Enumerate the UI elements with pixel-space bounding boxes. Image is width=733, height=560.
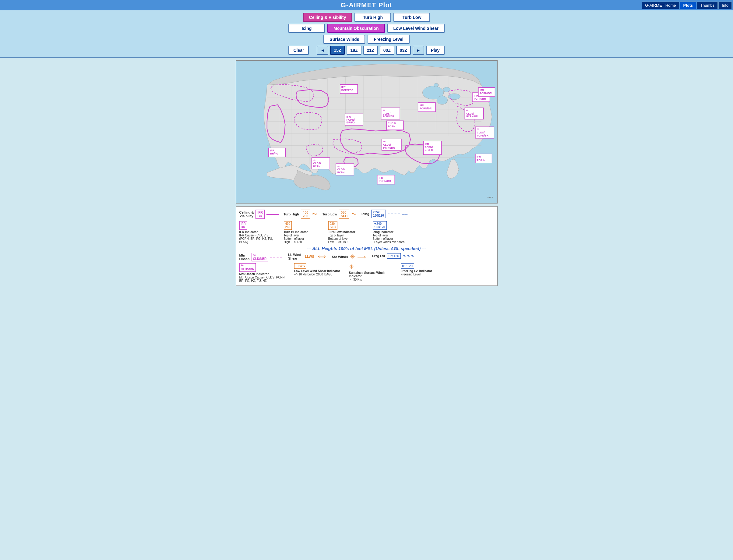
button-row-1: Ceiling & Visibility Turb High Turb Low <box>5 13 728 22</box>
time-15z-btn[interactable]: 15Z <box>330 46 345 55</box>
legend-llws: LL WindShear LLWS ⟺ <box>288 253 326 260</box>
svg-text:NWS: NWS <box>487 196 493 199</box>
legend-mtn-desc: ᴬᴬCLDS/BR Mtn Obscn IndicatorMtn Obscn C… <box>239 263 288 282</box>
prev-time-button[interactable]: ◄ <box>317 46 328 55</box>
svg-text:IFR: IFR <box>424 143 429 146</box>
map-svg: IFR PCPN/ BR/FG IFR PCPN/BR IFR PCPN/BR … <box>236 61 497 203</box>
legend-turb-high-box: 400280 <box>301 210 310 219</box>
svg-text:IFR: IFR <box>479 89 484 92</box>
legend-frzg-desc: 0°↑120 Freezing Lvl IndicatorFreezing Le… <box>401 263 446 276</box>
svg-text:PCPN/BR: PCPN/BR <box>383 146 395 149</box>
nav-gairmet-home[interactable]: G-AIRMET Home <box>642 2 679 9</box>
controls-area: Ceiling & Visibility Turb High Turb Low … <box>0 10 733 58</box>
legend-ifr-indicator: IFRBR <box>239 221 247 230</box>
svg-text:BR/FG: BR/FG <box>424 148 433 151</box>
time-03z-btn[interactable]: 03Z <box>396 46 411 55</box>
legend-pink-line <box>267 214 279 215</box>
svg-text:ᴬᴬ: ᴬᴬ <box>476 128 479 131</box>
svg-text:PCPN/: PCPN/ <box>424 146 433 149</box>
legend-icing-indicator: ▾ 240160/120 <box>373 221 387 230</box>
svg-text:CLDS/: CLDS/ <box>388 122 396 125</box>
svg-text:IFR: IFR <box>346 115 351 118</box>
svg-text:ᴬᴬ: ᴬᴬ <box>313 159 315 162</box>
play-button[interactable]: Play <box>426 46 444 55</box>
surface-winds-btn[interactable]: Surface Winds <box>324 35 365 44</box>
svg-text:ᴬᴬ: ᴬᴬ <box>466 109 468 112</box>
legend-frzg-wavy: ∿∿∿ <box>402 253 414 259</box>
svg-text:PCPN/BR: PCPN/BR <box>378 179 391 183</box>
svg-text:IFR: IFR <box>473 94 478 97</box>
nav-info[interactable]: Info <box>718 2 732 9</box>
legend-icing-desc: ▾ 240160/120 Icing IndicatorTop of layer… <box>373 221 415 244</box>
svg-text:BR/FG: BR/FG <box>346 121 355 124</box>
time-00z-btn[interactable]: 00Z <box>380 46 394 55</box>
low-level-wind-shear-btn[interactable]: Low Level Wind Shear <box>387 24 444 33</box>
svg-text:PCPN: PCPN <box>388 125 395 128</box>
button-row-3: Surface Winds Freezing Level <box>5 35 728 44</box>
legend-turb-hi-desc: 400280 Turb Hi IndicatorTop of layerBott… <box>284 221 324 244</box>
legend-mtn-desc-text: Mtn Obscn IndicatorMtn Obscn Cause - CLD… <box>239 272 288 282</box>
nav-plots[interactable]: Plots <box>680 2 696 9</box>
legend-sfc-winds: Sfc Winds ✳ ⟶ <box>332 253 366 261</box>
legend-turb-low-desc-text: Turb Low IndicatorTop of layerBottom of … <box>328 230 368 244</box>
svg-text:IFR: IFR <box>419 104 424 107</box>
svg-text:PCPN/BR: PCPN/BR <box>473 97 486 100</box>
legend-llws-box: LLWS <box>303 254 316 259</box>
legend-container: Ceiling & Visibility IFRBR Turb High 400… <box>236 206 497 286</box>
freezing-level-btn[interactable]: Freezing Level <box>367 35 409 44</box>
svg-point-23 <box>437 96 448 105</box>
svg-text:IFR: IFR <box>378 176 383 179</box>
legend-turb-hi-desc-text: Turb Hi IndicatorTop of layerBottom of l… <box>284 230 324 244</box>
ceiling-visibility-btn[interactable]: Ceiling & Visibility <box>303 13 352 22</box>
page-header: G-AIRMET Plot G-AIRMET Home Plots Thumbs… <box>0 0 733 10</box>
svg-text:BR/FG: BR/FG <box>270 152 278 155</box>
svg-text:CLDS/: CLDS/ <box>313 162 321 165</box>
next-time-button[interactable]: ► <box>412 46 424 55</box>
legend-mtn-box: ᴬᴬCLDS/BR <box>252 253 268 261</box>
legend-sfc-winds-star: ✳ <box>350 253 356 261</box>
legend-turb-low-wavy: 〜 <box>351 211 357 218</box>
svg-text:ᴬᴬ: ᴬᴬ <box>383 140 385 143</box>
time-21z-btn[interactable]: 21Z <box>363 46 378 55</box>
icing-btn[interactable]: Icing <box>289 24 325 33</box>
mountain-obscuration-btn[interactable]: Mountain Obscuration <box>328 24 385 33</box>
legend-ceiling-visibility: Ceiling & Visibility IFRBR <box>239 210 279 219</box>
svg-text:IFR: IFR <box>270 149 275 152</box>
legend-turb-hi-indicator: 400280 <box>284 221 292 230</box>
legend-turb-low-indicator: 080SFC <box>328 221 338 230</box>
legend-sfc-winds-desc: ✳ Sustained Surface Winds Indicator>= 30… <box>349 263 395 281</box>
button-row-2: Icing Mountain Obscuration Low Level Win… <box>5 24 728 33</box>
top-navigation: G-AIRMET Home Plots Thumbs Info <box>642 2 733 9</box>
legend-frzg-box: 0°↑120 <box>387 253 401 259</box>
all-heights-banner: --- ALL Heights 100's of feet MSL (Unles… <box>239 246 494 251</box>
legend-frzg-indicator: 0°↑120 <box>401 263 414 269</box>
svg-text:ᴬᴬ: ᴬᴬ <box>382 109 384 112</box>
turb-low-btn[interactable]: Turb Low <box>393 13 430 22</box>
map-container: G-AIRMET VALID: 1500 UTC THU 21 JAN 2021… <box>236 60 497 204</box>
legend-icing-box: ▾ 240160/120 <box>371 210 386 218</box>
turb-high-btn[interactable]: Turb High <box>355 13 391 22</box>
legend-sfc-winds-arrow: ⟶ <box>357 253 366 261</box>
svg-text:CLDS/: CLDS/ <box>383 143 391 146</box>
svg-text:ᴬᴬ: ᴬᴬ <box>337 165 339 168</box>
legend-mtn-obscn: MtnObscn ᴬᴬCLDS/BR <box>239 253 282 261</box>
legend-mtn-line <box>270 257 282 257</box>
svg-text:CLDS/: CLDS/ <box>476 131 484 134</box>
legend-icing-dash-sym: –·– <box>402 211 407 216</box>
legend-ifr-desc: IFRBR IFR IndicatorIFR Cause - CIG, VIS … <box>239 221 279 244</box>
svg-text:PCPN/BR: PCPN/BR <box>382 115 394 118</box>
legend-icing: Icing ▾ 240160/120 –·– <box>362 210 407 218</box>
legend-llws-desc: LLWS Low Level Wind Shear Indicator+/- 1… <box>294 263 343 276</box>
svg-point-25 <box>443 87 450 92</box>
nav-thumbs[interactable]: Thumbs <box>697 2 718 9</box>
time-18z-btn[interactable]: 18Z <box>347 46 361 55</box>
legend-turb-low-desc: 080SFC Turb Low IndicatorTop of layerBot… <box>328 221 368 244</box>
svg-text:CLDS/: CLDS/ <box>337 168 345 171</box>
legend-icing-desc-text: Icing IndicatorTop of layerBottom of lay… <box>373 230 415 244</box>
svg-text:PCPN/BR: PCPN/BR <box>479 92 492 95</box>
legend-frzg-lvl: Frzg Lvl 0°↑120 ∿∿∿ <box>372 253 415 259</box>
legend-turb-low-box: 080SFC <box>339 210 349 219</box>
clear-button[interactable]: Clear <box>289 46 309 55</box>
svg-text:PCPN/BR: PCPN/BR <box>466 115 478 118</box>
legend-turb-high: Turb High 400280 〜 <box>284 210 317 219</box>
